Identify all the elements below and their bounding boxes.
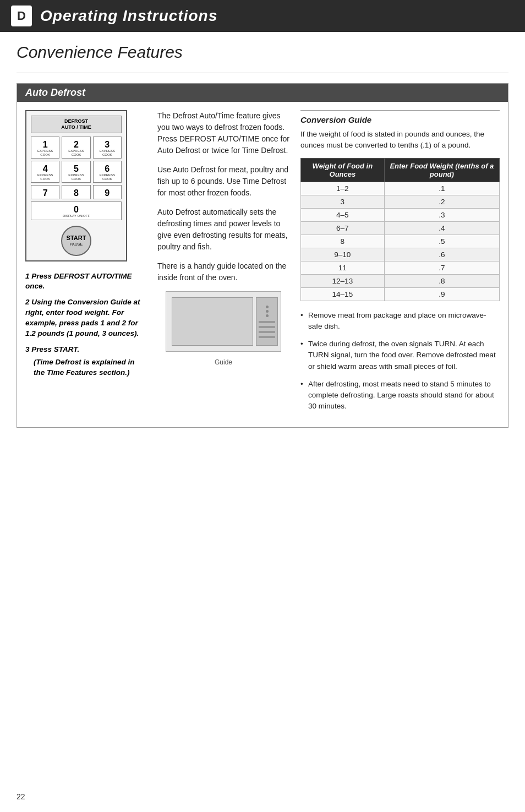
guide-label: Guide	[157, 357, 289, 367]
table-row: 11.7	[301, 261, 500, 274]
step-3: 3 Press START. (Time Defrost is explaine…	[25, 345, 146, 378]
key-row-456: 4EXPRESS COOK 5EXPRESS COOK 6EXPRESS COO…	[31, 161, 122, 183]
key-9[interactable]: 9	[93, 185, 122, 199]
cell-tenths: .3	[384, 208, 499, 221]
auto-defrost-header: Auto Defrost	[17, 84, 508, 102]
key-4[interactable]: 4EXPRESS COOK	[31, 161, 59, 183]
section-title: Convenience Features	[17, 43, 508, 62]
middle-column: The Defrost Auto/Time feature gives you …	[157, 110, 289, 419]
cell-tenths: .4	[384, 221, 499, 235]
key-1[interactable]: 1EXPRESS COOK	[31, 137, 59, 159]
key-row-789: 7 8 9	[31, 185, 122, 199]
step-1: 1 Press DEFROST AUTO/TIME once.	[25, 271, 146, 292]
step-2: 2 Using the Conversion Guide at right, e…	[25, 297, 146, 339]
key-row-123: 1EXPRESS COOK 2EXPRESS COOK 3EXPRESS COO…	[31, 137, 122, 159]
key-8[interactable]: 8	[62, 185, 90, 199]
key-7[interactable]: 7	[31, 185, 59, 199]
col-header-tenths: Enter Food Weight (tenths of a pound)	[384, 158, 499, 182]
table-row: 4–5.3	[301, 208, 500, 221]
table-row: 6–7.4	[301, 221, 500, 235]
cell-ounces: 8	[301, 235, 385, 248]
bullet-3: After defrosting, most meats need to sta…	[300, 379, 500, 412]
guide-image: Guide	[157, 291, 289, 367]
right-column: Conversion Guide If the weight of food i…	[300, 110, 500, 419]
key-5[interactable]: 5EXPRESS COOK	[62, 161, 90, 183]
key-row-0: 0DISPLAY ON/OFF	[31, 201, 122, 220]
table-row: 3.2	[301, 195, 500, 208]
key-0[interactable]: 0DISPLAY ON/OFF	[31, 201, 122, 220]
cell-tenths: .5	[384, 235, 499, 248]
keypad: DEFROSTAUTO / TIME 1EXPRESS COOK 2EXPRES…	[25, 110, 127, 261]
key-3[interactable]: 3EXPRESS COOK	[93, 137, 122, 159]
page-header: D Operating Instructions	[0, 0, 525, 32]
cell-ounces: 6–7	[301, 221, 385, 235]
cell-ounces: 4–5	[301, 208, 385, 221]
divider	[17, 73, 508, 73]
table-row: 14–15.9	[301, 287, 500, 301]
conversion-intro: If the weight of food is stated in pound…	[300, 129, 500, 151]
steps-list: 1 Press DEFROST AUTO/TIME once. 2 Using …	[25, 271, 146, 378]
table-row: 9–10.6	[301, 248, 500, 261]
start-button[interactable]: START PAUSE	[61, 226, 91, 256]
bullet-2: Twice during defrost, the oven signals T…	[300, 339, 500, 372]
cell-tenths: .9	[384, 287, 499, 301]
key-2[interactable]: 2EXPRESS COOK	[62, 137, 90, 159]
table-row: 12–13.8	[301, 274, 500, 287]
cell-tenths: .6	[384, 248, 499, 261]
conversion-table: Weight of Food in Ounces Enter Food Weig…	[300, 158, 500, 301]
cell-ounces: 9–10	[301, 248, 385, 261]
key-6[interactable]: 6EXPRESS COOK	[93, 161, 122, 183]
defrost-auto-time-button[interactable]: DEFROSTAUTO / TIME	[31, 116, 122, 133]
cell-tenths: .8	[384, 274, 499, 287]
bullet-1: Remove meat from package and place on mi…	[300, 310, 500, 333]
page-number: 22	[17, 792, 25, 801]
cell-tenths: .7	[384, 261, 499, 274]
cell-tenths: .1	[384, 182, 499, 195]
cell-ounces: 1–2	[301, 182, 385, 195]
page-content: Convenience Features Auto Defrost DEFROS…	[0, 32, 525, 450]
table-row: 1–2.1	[301, 182, 500, 195]
microwave-illustration	[166, 291, 281, 352]
auto-defrost-section: Auto Defrost DEFROSTAUTO / TIME 1EXPRESS…	[17, 83, 508, 428]
bullet-list: Remove meat from package and place on mi…	[300, 310, 500, 412]
left-column: DEFROSTAUTO / TIME 1EXPRESS COOK 2EXPRES…	[25, 110, 146, 419]
cell-ounces: 12–13	[301, 274, 385, 287]
page-title: Operating Instructions	[40, 7, 217, 25]
col-header-ounces: Weight of Food in Ounces	[301, 158, 385, 182]
cell-tenths: .2	[384, 195, 499, 208]
cell-ounces: 11	[301, 261, 385, 274]
header-icon: D	[11, 6, 32, 26]
table-row: 8.5	[301, 235, 500, 248]
auto-defrost-body: DEFROSTAUTO / TIME 1EXPRESS COOK 2EXPRES…	[17, 102, 508, 427]
cell-ounces: 14–15	[301, 287, 385, 301]
conversion-guide-title: Conversion Guide	[300, 110, 500, 124]
cell-ounces: 3	[301, 195, 385, 208]
